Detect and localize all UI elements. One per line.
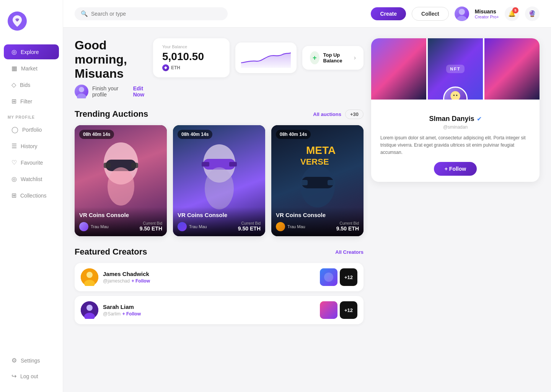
bid-info: Current Bid 9.50 ETH	[140, 221, 162, 232]
nft-thumbnail	[320, 268, 337, 286]
content-area: Good morning, Misuans Finish your profil…	[63, 28, 551, 392]
create-button[interactable]: Create	[371, 7, 406, 20]
bid-amount: 9.50 ETH	[336, 225, 359, 232]
content-right: NFT Slman Danyis	[371, 38, 540, 381]
auction-name: VR Coins Console	[79, 212, 162, 218]
settings-icon: ⚙	[11, 357, 17, 364]
chart-svg	[241, 46, 291, 69]
notifications-button[interactable]: 🔔 5	[505, 7, 519, 21]
auction-bottom: Trau Mau Current Bid 9.50 ETH	[79, 221, 162, 232]
auction-card[interactable]: META VERSE 08h 40m 14s VR Coins Console	[271, 125, 364, 236]
svg-text:META: META	[306, 144, 336, 156]
svg-rect-20	[300, 180, 308, 185]
welcome-section: Good morning, Misuans Finish your profil…	[75, 38, 364, 98]
auction-overlay: VR Coins Console Trau Mau Current Bid 9.…	[75, 207, 167, 236]
sidebar-item-label: Settings	[21, 358, 40, 364]
balance-chart	[235, 42, 297, 73]
follow-link[interactable]: + Follow	[122, 311, 141, 317]
all-creators-link[interactable]: All Creators	[335, 249, 364, 255]
follow-link[interactable]: + Follow	[132, 278, 150, 284]
sidebar-item-history[interactable]: ☰ History	[4, 139, 59, 154]
search-input[interactable]	[91, 11, 222, 17]
auction-bottom: Trau Mau Current Bid 9.50 ETH	[178, 221, 261, 232]
wallet-button[interactable]: 🔮	[525, 7, 540, 21]
svg-rect-21	[328, 180, 335, 185]
collect-button[interactable]: Collect	[412, 7, 449, 21]
profile-handle: @sminadan	[379, 124, 532, 130]
creator-card: Sarah Liam @Sarlim + Follow	[75, 296, 364, 324]
sidebar-item-explore[interactable]: ◎ Explore	[4, 44, 59, 59]
profile-actions: + Follow	[379, 157, 532, 176]
auction-card[interactable]: 08h 40m 14s VR Coins Console Trau Mau Cu…	[75, 125, 167, 236]
auction-name: VR Coins Console	[276, 212, 359, 218]
creator-avatar	[276, 222, 285, 231]
search-bar[interactable]: 🔍	[75, 7, 228, 20]
creator-handle-follow: @jameschad + Follow	[103, 277, 315, 284]
auction-creator: Trau Mau	[178, 222, 207, 231]
bid-info: Current Bid 9.50 ETH	[238, 221, 261, 232]
sidebar: ◎ Explore ▦ Market ◇ Bids ⊞ Filter MY PR…	[0, 0, 63, 392]
banner-image-3	[484, 38, 540, 100]
svg-point-4	[77, 93, 86, 98]
bid-label: Current Bid	[140, 221, 162, 225]
svg-marker-5	[164, 66, 167, 69]
creator-avatar-lg	[81, 268, 98, 286]
logo-area	[0, 8, 63, 44]
collections-icon: ⊞	[11, 192, 16, 199]
all-auctions-link[interactable]: All auctions	[313, 111, 341, 117]
auction-overlay: VR Coins Console Trau Mau Current Bid 9.…	[173, 207, 265, 236]
creator-info: James Chadwick @jameschad + Follow	[103, 271, 315, 284]
auction-count-badge[interactable]: +30	[345, 109, 364, 119]
topup-card[interactable]: + Top Up Balance ›	[302, 46, 364, 70]
bid-amount: 9.50 ETH	[140, 225, 162, 232]
auction-name: VR Coins Console	[178, 212, 261, 218]
auction-overlay: VR Coins Console Trau Mau Current Bid 9.…	[271, 207, 364, 236]
bid-label: Current Bid	[336, 221, 359, 225]
sidebar-item-logout[interactable]: ↪ Log out	[4, 369, 59, 384]
currency-label: ETH	[171, 65, 180, 70]
svg-point-10	[108, 167, 134, 206]
timer-badge: 08h 40m 14s	[79, 130, 114, 139]
auction-card[interactable]: 08h 40m 14s VR Coins Console Trau Mau Cu…	[173, 125, 265, 236]
sidebar-item-label: Watchlist	[21, 176, 42, 182]
content-left: Good morning, Misuans Finish your profil…	[75, 38, 364, 381]
creator-handle: @Sarlim	[103, 311, 121, 317]
bid-amount: 9.50 ETH	[238, 225, 261, 232]
welcome-left: Good morning, Misuans Finish your profil…	[75, 38, 153, 98]
svg-point-2	[457, 16, 467, 21]
sidebar-item-settings[interactable]: ⚙ Settings	[4, 353, 59, 368]
creator-avatar	[178, 222, 187, 231]
sidebar-item-filter[interactable]: ⊞ Filter	[4, 94, 59, 109]
header-right: Create Collect Misuans Creator Pro+ 🔔 5 …	[371, 7, 540, 21]
profile-info: Slman Danyis ✔ @sminadan Lorem ipsum dol…	[371, 100, 540, 182]
trending-section-header: Trending Auctions All auctions +30	[75, 109, 364, 119]
creators-title: Featured Creators	[75, 247, 147, 257]
explore-icon: ◎	[11, 48, 17, 56]
sidebar-item-collections[interactable]: ⊞ Collections	[4, 188, 59, 203]
sidebar-item-label: Log out	[20, 373, 38, 379]
bid-info: Current Bid 9.50 ETH	[336, 221, 359, 232]
sidebar-item-watchlist[interactable]: ◎ Watchlist	[4, 172, 59, 186]
nft-count-badge: +12	[340, 301, 357, 319]
creator-nfts: +12	[320, 301, 357, 319]
follow-button[interactable]: + Follow	[434, 162, 477, 176]
eth-icon	[162, 64, 169, 71]
svg-point-15	[205, 167, 234, 209]
creator-handle: @jameschad	[103, 278, 130, 284]
sidebar-item-bids[interactable]: ◇ Bids	[4, 77, 59, 92]
sidebar-item-market[interactable]: ▦ Market	[4, 61, 59, 76]
edit-now-link[interactable]: Edit Now	[133, 85, 153, 98]
topup-label: Top Up Balance	[323, 52, 350, 64]
notification-badge: 5	[512, 7, 518, 13]
timer-badge: 08h 40m 14s	[178, 130, 212, 139]
sidebar-item-portfolio[interactable]: ◯ Portfolio	[4, 122, 59, 137]
auction-bottom: Trau Mau Current Bid 9.50 ETH	[276, 221, 359, 232]
profile-section-label: MY PROFILE	[0, 109, 63, 121]
svg-rect-30	[320, 301, 337, 319]
sidebar-item-favourite[interactable]: ♡ Favourite	[4, 155, 59, 170]
balance-area: Your Balance 5,010.50 ETH	[153, 38, 364, 77]
creator-avatar-image	[81, 268, 98, 286]
svg-point-31	[450, 91, 460, 100]
balance-amount: 5,010.50	[162, 51, 220, 63]
creator-name: Trau Mau	[91, 224, 109, 229]
